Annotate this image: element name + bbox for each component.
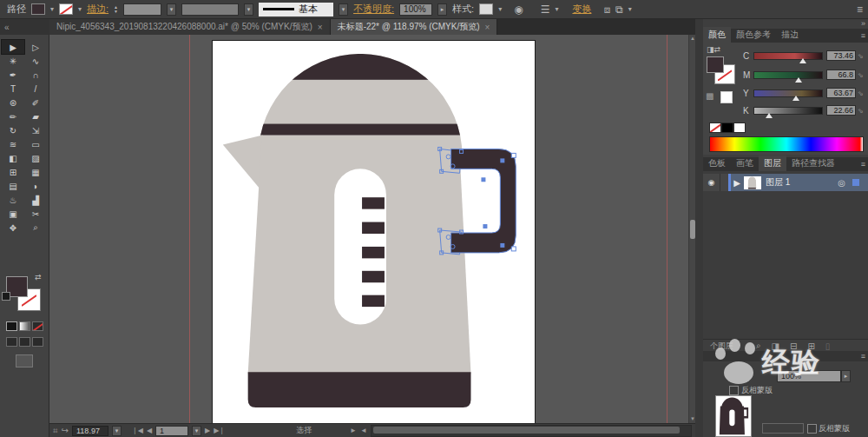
cyan-slider-thumb[interactable] xyxy=(799,58,806,63)
guide-line-left[interactable] xyxy=(189,35,190,423)
document-tab-1-close-icon[interactable]: × xyxy=(318,23,323,32)
pen-tool[interactable]: ✒ xyxy=(2,68,24,82)
transparency-opacity-dropdown[interactable]: ▸ xyxy=(841,370,851,382)
kettle-spout-shape[interactable] xyxy=(223,136,264,194)
opacity-field[interactable]: 100% xyxy=(399,3,432,16)
magenta-slider[interactable] xyxy=(753,71,823,79)
slice-tool[interactable]: ✂ xyxy=(24,207,47,221)
stroke-weight-field[interactable] xyxy=(123,3,161,16)
none-color-swatch[interactable] xyxy=(709,122,721,133)
stroke-dropdown-icon[interactable]: ▾ xyxy=(78,5,82,13)
black-value-field[interactable]: 22.66 xyxy=(826,105,856,116)
fill-color-swatch[interactable] xyxy=(31,3,45,15)
fill-stroke-toggle-icon[interactable]: ◨⇄ xyxy=(707,45,720,54)
live-paint-bucket-tool[interactable]: ▨ xyxy=(24,151,47,165)
zoom-level-field[interactable]: 118.97 xyxy=(72,426,108,436)
invert-mask-checkbox-2[interactable] xyxy=(807,424,817,434)
width-profile-field[interactable] xyxy=(181,3,239,16)
zoom-dropdown[interactable]: ▾ xyxy=(112,426,122,436)
opacity-dropdown[interactable]: ▸ xyxy=(437,3,447,16)
draw-inside-button[interactable] xyxy=(32,337,43,347)
shaper-tool[interactable]: ⊛ xyxy=(2,96,24,109)
width-profile-dropdown[interactable]: ▾ xyxy=(244,3,253,16)
gradient-button[interactable] xyxy=(19,321,30,331)
invert-mask-checkbox[interactable] xyxy=(729,386,739,395)
layer-thumbnail[interactable] xyxy=(743,174,762,191)
artboard-tool[interactable]: ▣ xyxy=(2,207,24,221)
rotate-tool[interactable]: ↻ xyxy=(2,123,24,137)
web-safe-icon[interactable]: ▩ xyxy=(706,91,713,101)
mask-thumbnail-placeholder[interactable] xyxy=(762,423,804,434)
make-clipping-mask-icon[interactable]: ◨ xyxy=(772,341,779,351)
perspective-grid-tool[interactable]: ⊞ xyxy=(2,165,24,179)
eyedropper-tool[interactable]: ◗ xyxy=(24,179,47,193)
new-sublayer-icon[interactable]: ⊟ xyxy=(790,341,797,351)
transparency-opacity-field[interactable]: 100% xyxy=(777,370,841,382)
scale-tool[interactable]: ⇲ xyxy=(24,123,47,137)
opacity-link[interactable]: 不透明度: xyxy=(353,3,394,16)
yellow-slider[interactable] xyxy=(753,89,823,97)
last-artboard-icon[interactable]: ▶❘ xyxy=(214,427,225,434)
document-tab-1[interactable]: Nipic_4056343_20190813220426088000.ai* @… xyxy=(49,19,331,35)
artboard-number-field[interactable]: 1 xyxy=(155,426,188,436)
cyan-slider[interactable] xyxy=(753,52,823,60)
tab-color-guide[interactable]: 颜色参考 xyxy=(731,27,776,43)
align-options-icon[interactable]: ☰ xyxy=(541,3,550,16)
object-thumbnail[interactable] xyxy=(715,395,752,437)
artboard-dropdown[interactable]: ▾ xyxy=(192,426,201,436)
mesh-tool[interactable]: ▦ xyxy=(24,165,47,179)
tab-pathfinder[interactable]: 路径查找器 xyxy=(786,156,840,171)
guide-line-right[interactable] xyxy=(667,35,667,423)
tab-color[interactable]: 颜色 xyxy=(703,27,731,43)
tab-brushes[interactable]: 画笔 xyxy=(731,156,759,171)
symbol-sprayer-tool[interactable]: ♨ xyxy=(2,193,24,207)
style-dropdown-icon[interactable]: ▾ xyxy=(498,5,502,13)
horizontal-scrollbar[interactable] xyxy=(371,425,692,437)
share-icon[interactable]: ↪ xyxy=(62,426,69,435)
select-similar-dropdown-icon[interactable]: ▾ xyxy=(628,5,632,13)
next-artboard-icon[interactable]: ▶ xyxy=(205,427,210,434)
yellow-value-field[interactable]: 63.67 xyxy=(826,88,856,98)
zoom-tool[interactable]: ⌕ xyxy=(24,221,47,235)
delete-layer-icon[interactable]: ▯ xyxy=(825,341,831,351)
last-color-swatch[interactable] xyxy=(720,91,733,103)
color-button[interactable] xyxy=(6,321,17,331)
pencil-tool[interactable]: ✏ xyxy=(2,109,24,123)
swap-fill-stroke-icon[interactable]: ⇄ xyxy=(35,273,42,281)
paintbrush-tool[interactable]: ✐ xyxy=(24,96,47,109)
tab-swatches[interactable]: 色板 xyxy=(703,156,731,171)
white-color-swatch[interactable] xyxy=(733,122,746,133)
draw-normal-button[interactable] xyxy=(6,337,17,347)
tab-stroke[interactable]: 描边 xyxy=(776,27,804,43)
yellow-slider-thumb[interactable] xyxy=(792,96,799,101)
draw-behind-button[interactable] xyxy=(19,337,30,347)
dock-collapse-icon[interactable]: » xyxy=(861,19,865,28)
layer-name[interactable]: 图层 1 xyxy=(766,176,790,189)
layer-row[interactable]: ◉ ▶ 图层 1 ◎ xyxy=(703,174,868,191)
style-swatch[interactable] xyxy=(479,3,493,15)
type-tool[interactable]: T xyxy=(2,82,24,96)
eraser-tool[interactable]: ▰ xyxy=(24,109,47,123)
kettle-lid-band-shape[interactable] xyxy=(245,124,504,136)
none-button[interactable] xyxy=(32,321,43,331)
lasso-tool[interactable]: ∿ xyxy=(24,54,47,68)
transparency-panel-menu-icon[interactable]: ≡ xyxy=(861,352,865,361)
black-color-swatch[interactable] xyxy=(721,122,733,133)
color-fill-mini-swatch[interactable] xyxy=(707,56,724,73)
canvas-pasteboard[interactable] xyxy=(49,35,688,423)
new-layer-icon[interactable]: ⊞ xyxy=(807,341,814,351)
first-artboard-icon[interactable]: ❘◀ xyxy=(132,427,143,434)
magenta-slider-thumb[interactable] xyxy=(795,77,802,83)
color-panel-menu-icon[interactable]: ≡ xyxy=(861,31,865,40)
align-dropdown-icon[interactable]: ▾ xyxy=(555,5,558,13)
tool-panel-collapse[interactable]: « xyxy=(0,19,49,35)
line-segment-tool[interactable]: / xyxy=(24,82,47,96)
layer-selection-indicator[interactable] xyxy=(852,179,859,186)
default-fill-stroke-icon[interactable] xyxy=(2,292,10,301)
brush-definition-dropdown[interactable]: ▾ xyxy=(339,3,348,16)
locate-object-icon[interactable]: ⌕ xyxy=(756,341,761,351)
tab-layers[interactable]: 图层 xyxy=(759,156,786,171)
fill-dropdown-icon[interactable]: ▾ xyxy=(50,5,54,13)
stroke-color-swatch[interactable] xyxy=(59,3,73,15)
hscroll-left-icon[interactable]: ► xyxy=(350,427,357,434)
